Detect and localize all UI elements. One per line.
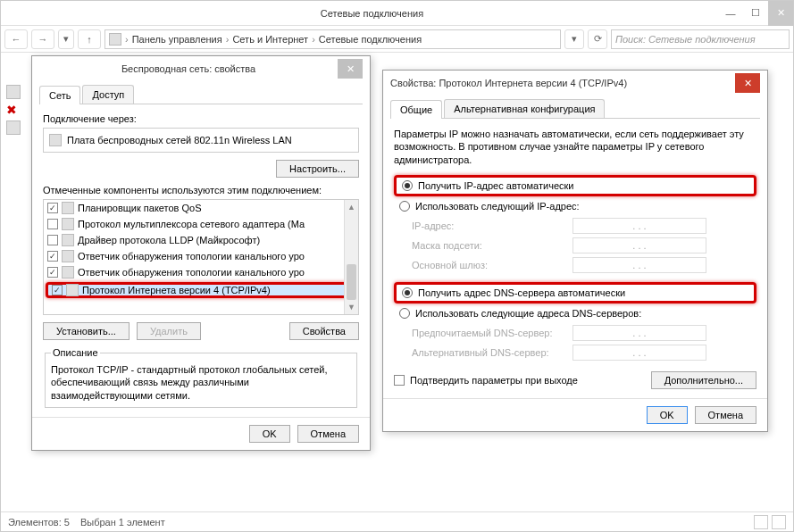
adapter-properties-dialog: Беспроводная сеть: свойства ✕ Сеть Досту… — [31, 55, 371, 451]
components-label: Отмеченные компоненты используются этим … — [43, 185, 359, 195]
close-button[interactable]: ✕ — [768, 1, 793, 26]
confirm-label: Подтвердить параметры при выходе — [410, 375, 578, 386]
titlebar: Сетевые подключения — ☐ ✕ — [1, 1, 793, 26]
statusbar: Элементов: 5 Выбран 1 элемент — [1, 511, 793, 531]
nav-fwd[interactable]: → — [31, 29, 54, 49]
breadcrumb[interactable]: › Панель управления › Сеть и Интернет › … — [104, 29, 561, 49]
dlg1-cancel[interactable]: Отмена — [297, 425, 359, 443]
configure-button[interactable]: Настроить... — [276, 160, 359, 178]
scroll-up-icon[interactable]: ▲ — [345, 200, 358, 214]
dlg2-tabs: Общие Альтернативная конфигурация — [390, 99, 760, 119]
remove-button: Удалить — [137, 322, 201, 340]
desc-text: Протокол TCP/IP - стандартный протокол г… — [51, 363, 351, 402]
list-item[interactable]: ✓Ответчик обнаружения топологии канально… — [44, 248, 358, 264]
dlg1-title: Беспроводная сеть: свойства — [39, 63, 338, 74]
radio-icon — [399, 201, 410, 212]
view-details-icon[interactable] — [754, 515, 768, 529]
scroll-down-icon[interactable]: ▼ — [345, 300, 358, 314]
radio-icon — [402, 180, 413, 191]
desc-heading: Описание — [51, 347, 100, 358]
tab-sharing[interactable]: Доступ — [82, 85, 134, 104]
disable-icon[interactable]: ✖ — [6, 103, 21, 117]
install-button[interactable]: Установить... — [43, 322, 130, 340]
confirm-checkbox[interactable] — [394, 375, 405, 386]
intro-text: Параметры IP можно назначать автоматичес… — [394, 128, 756, 166]
list-item[interactable]: ✓Планировщик пакетов QoS — [44, 200, 358, 216]
diagnose-icon[interactable] — [6, 121, 21, 135]
dlg2-cancel[interactable]: Отмена — [695, 406, 756, 424]
navbar: ← → ▾ ↑ › Панель управления › Сеть и Инт… — [1, 26, 793, 53]
bc-dropdown[interactable]: ▾ — [564, 29, 584, 49]
window-title: Сетевые подключения — [26, 8, 718, 19]
list-item[interactable]: ✓Ответчик обнаружения топологии канально… — [44, 264, 358, 280]
tab-alternate[interactable]: Альтернативная конфигурация — [444, 99, 605, 118]
radio-dns-manual[interactable]: Использовать следующие адреса DNS-сервер… — [394, 305, 756, 321]
nav-back[interactable]: ← — [4, 29, 28, 49]
list-item[interactable]: Драйвер протокола LLDP (Майкрософт) — [44, 232, 358, 248]
dlg2-title: Свойства: Протокол Интернета версии 4 (T… — [390, 78, 735, 88]
bc-seg[interactable]: Панель управления — [132, 34, 222, 45]
search-input[interactable]: Поиск: Сетевые подключения — [611, 29, 790, 49]
components-list[interactable]: ✓Планировщик пакетов QoS Протокол мульти… — [43, 199, 359, 315]
ip-address-field: . . . — [573, 218, 706, 234]
dlg2-titlebar: Свойства: Протокол Интернета версии 4 (T… — [383, 71, 767, 96]
bc-seg[interactable]: Сетевые подключения — [319, 34, 422, 45]
scroll-thumb[interactable] — [347, 264, 356, 300]
nav-down[interactable]: ▾ — [58, 29, 74, 49]
advanced-button[interactable]: Дополнительно... — [651, 371, 756, 389]
bc-seg[interactable]: Сеть и Интернет — [232, 34, 308, 45]
status-count: Элементов: 5 — [8, 517, 70, 528]
dlg1-tabs: Сеть Доступ — [39, 85, 363, 104]
nav-up[interactable]: ↑ — [78, 29, 101, 49]
folder-icon — [109, 33, 121, 46]
command-bar: ✖ — [6, 81, 24, 474]
subnet-mask-field: . . . — [573, 237, 706, 254]
radio-icon — [402, 287, 413, 298]
maximize-button[interactable]: ☐ — [743, 1, 768, 26]
dns-alternate-field: . . . — [573, 345, 706, 361]
gateway-field: . . . — [573, 257, 706, 273]
ipv4-properties-dialog: Свойства: Протокол Интернета версии 4 (T… — [382, 70, 768, 432]
properties-button[interactable]: Свойства — [289, 322, 359, 340]
dlg2-close[interactable]: ✕ — [735, 73, 760, 93]
dlg2-ok[interactable]: OK — [647, 406, 688, 424]
organize-icon[interactable] — [6, 85, 21, 99]
status-selected: Выбран 1 элемент — [80, 517, 165, 528]
list-item[interactable]: Протокол мультиплексора сетевого адаптер… — [44, 216, 358, 232]
refresh-button[interactable]: ⟳ — [588, 29, 607, 49]
dlg1-ok[interactable]: OK — [249, 425, 290, 443]
radio-ip-manual[interactable]: Использовать следующий IP-адрес: — [394, 198, 756, 214]
conn-label: Подключение через: — [43, 113, 359, 124]
adapter-name: Плата беспроводных сетей 802.11n Wireles… — [67, 135, 292, 145]
tab-general[interactable]: Общие — [390, 100, 442, 119]
dlg1-titlebar: Беспроводная сеть: свойства ✕ — [32, 56, 370, 81]
radio-icon — [399, 308, 410, 319]
view-large-icon[interactable] — [772, 515, 786, 529]
minimize-button[interactable]: — — [718, 1, 743, 26]
dlg1-close[interactable]: ✕ — [338, 59, 363, 79]
scrollbar[interactable]: ▲ ▼ — [344, 200, 358, 314]
radio-dns-auto[interactable]: Получить адрес DNS-сервера автоматически — [394, 282, 756, 303]
adapter-icon — [49, 134, 62, 146]
list-item-tcpip4[interactable]: ✓Протокол Интернета версии 4 (TCP/IPv4) — [46, 282, 356, 298]
radio-ip-auto[interactable]: Получить IP-адрес автоматически — [394, 175, 756, 196]
dns-preferred-field: . . . — [573, 325, 706, 341]
tab-network[interactable]: Сеть — [39, 86, 80, 104]
